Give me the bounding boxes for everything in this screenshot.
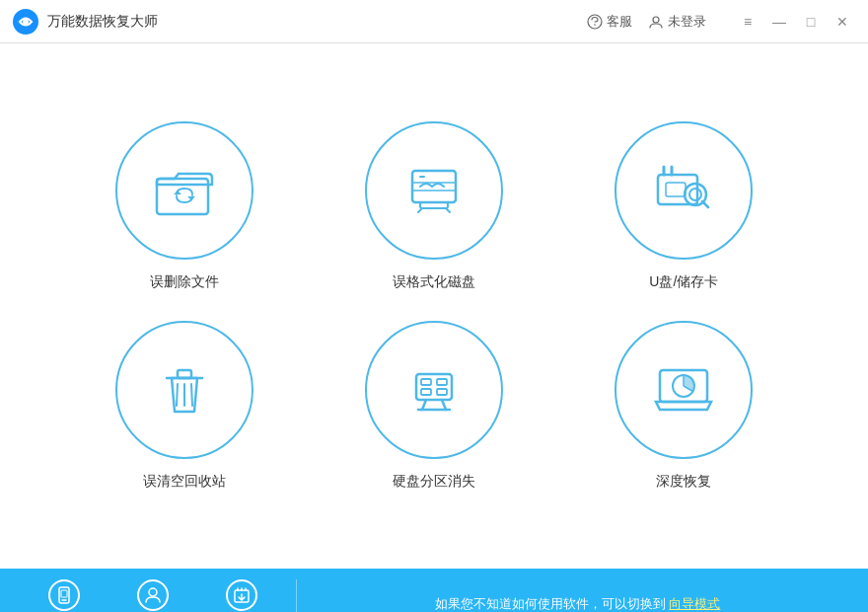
feature-label: 深度恢复 bbox=[656, 473, 711, 491]
consult-icon-circle bbox=[137, 579, 169, 611]
svg-rect-26 bbox=[416, 374, 452, 400]
footer: 手机数据恢复 在线咨询 bbox=[0, 569, 868, 612]
feature-icon-circle bbox=[365, 121, 503, 260]
svg-rect-30 bbox=[437, 389, 447, 395]
feature-recycle-bin[interactable]: 误清空回收站 bbox=[89, 321, 279, 491]
folder-recycle-icon bbox=[151, 157, 218, 224]
main-content: 误删除文件 误格式化磁盘 bbox=[0, 43, 868, 569]
svg-marker-7 bbox=[187, 196, 195, 200]
feature-icon-circle bbox=[115, 321, 253, 459]
svg-point-4 bbox=[653, 17, 659, 23]
feature-icon-circle bbox=[115, 121, 253, 260]
online-consult-button[interactable]: 在线咨询 bbox=[108, 574, 197, 613]
user-icon bbox=[648, 14, 664, 30]
feature-icon-circle bbox=[615, 121, 753, 260]
footer-divider bbox=[296, 579, 297, 612]
close-button[interactable]: ✕ bbox=[829, 8, 856, 36]
feature-deleted-file[interactable]: 误删除文件 bbox=[89, 121, 279, 291]
svg-point-3 bbox=[594, 24, 596, 26]
svg-line-31 bbox=[422, 400, 426, 410]
footer-tip: 如果您不知道如何使用软件，可以切换到 向导模式 bbox=[307, 595, 848, 612]
svg-rect-28 bbox=[437, 379, 447, 385]
svg-line-24 bbox=[177, 384, 178, 406]
feature-usb-card[interactable]: U盘/储存卡 bbox=[589, 121, 779, 291]
minimize-button[interactable]: — bbox=[765, 8, 793, 36]
person-icon bbox=[144, 586, 162, 604]
wizard-mode-link[interactable]: 向导模式 bbox=[669, 596, 720, 611]
maximize-button[interactable]: □ bbox=[797, 8, 825, 36]
user-button[interactable]: 未登录 bbox=[648, 13, 706, 31]
phone-icon bbox=[55, 586, 73, 604]
feature-label: 误删除文件 bbox=[150, 273, 219, 291]
phone-icon-circle bbox=[48, 579, 80, 611]
svg-line-32 bbox=[442, 400, 446, 410]
disk-monitor-icon bbox=[400, 157, 468, 224]
menu-button[interactable]: ≡ bbox=[734, 8, 761, 36]
svg-rect-29 bbox=[421, 389, 431, 395]
svg-line-19 bbox=[702, 201, 708, 207]
svg-line-13 bbox=[446, 208, 450, 212]
feature-partition-lost[interactable]: 硬盘分区消失 bbox=[338, 321, 529, 491]
support-button[interactable]: 客服 bbox=[587, 13, 632, 31]
feature-label: 误清空回收站 bbox=[143, 473, 226, 491]
svg-line-12 bbox=[418, 208, 422, 212]
feature-icon-circle bbox=[365, 321, 503, 459]
app-logo bbox=[12, 8, 39, 36]
svg-rect-8 bbox=[412, 171, 456, 202]
feature-label: 误格式化磁盘 bbox=[393, 273, 475, 291]
svg-rect-27 bbox=[421, 379, 431, 385]
svg-line-25 bbox=[191, 384, 192, 406]
import-icon-circle bbox=[226, 579, 257, 611]
feature-deep-recovery[interactable]: 深度恢复 bbox=[589, 321, 779, 491]
import-icon bbox=[233, 586, 251, 604]
feature-grid: 误删除文件 误格式化磁盘 bbox=[89, 121, 779, 491]
win-controls: ≡ — □ ✕ bbox=[734, 8, 856, 36]
feature-formatted-disk[interactable]: 误格式化磁盘 bbox=[338, 121, 529, 291]
svg-point-41 bbox=[149, 588, 157, 596]
svg-marker-6 bbox=[174, 191, 181, 194]
import-scan-button[interactable]: 导入扫描记录 bbox=[197, 574, 286, 613]
feature-label: U盘/储存卡 bbox=[649, 273, 718, 291]
svg-point-18 bbox=[689, 189, 701, 200]
feature-label: 硬盘分区消失 bbox=[393, 473, 475, 491]
phone-recovery-button[interactable]: 手机数据恢复 bbox=[20, 574, 108, 613]
svg-point-1 bbox=[23, 19, 29, 25]
svg-rect-40 bbox=[61, 590, 67, 597]
laptop-chart-icon bbox=[650, 356, 717, 423]
app-title: 万能数据恢复大师 bbox=[47, 13, 587, 31]
footer-buttons: 手机数据恢复 在线咨询 bbox=[20, 574, 286, 613]
feature-icon-circle bbox=[615, 321, 753, 459]
support-icon bbox=[587, 14, 603, 30]
titlebar: 万能数据恢复大师 客服 未登录 ≡ — □ ✕ bbox=[0, 0, 868, 43]
svg-rect-11 bbox=[420, 202, 448, 208]
svg-rect-20 bbox=[666, 183, 686, 196]
trash-icon bbox=[151, 356, 218, 423]
nas-icon bbox=[400, 356, 468, 423]
titlebar-actions: 客服 未登录 ≡ — □ ✕ bbox=[587, 8, 856, 36]
usb-search-icon bbox=[650, 157, 717, 224]
